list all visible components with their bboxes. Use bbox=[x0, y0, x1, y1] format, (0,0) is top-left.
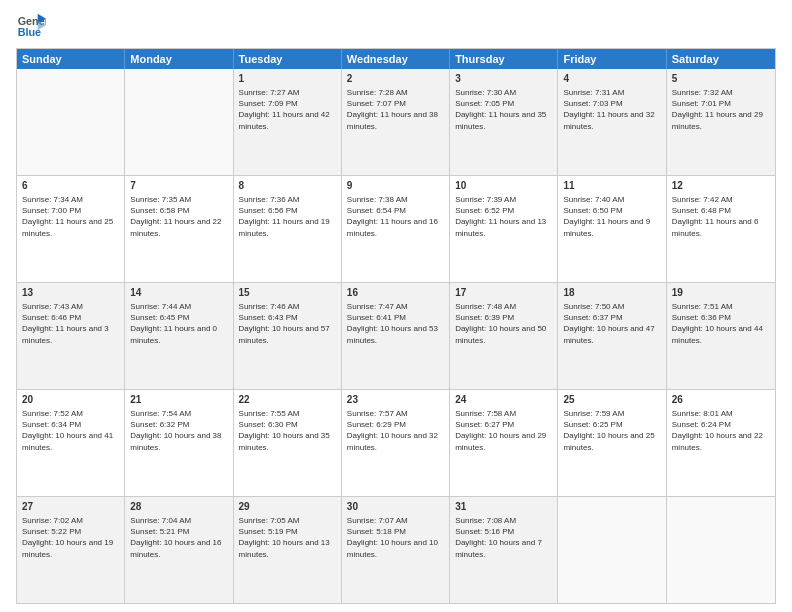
cell-info: Sunrise: 7:32 AM Sunset: 7:01 PM Dayligh… bbox=[672, 88, 763, 131]
cell-info: Sunrise: 7:30 AM Sunset: 7:05 PM Dayligh… bbox=[455, 88, 546, 131]
day-number: 21 bbox=[130, 393, 227, 407]
calendar-cell-8: 8Sunrise: 7:36 AM Sunset: 6:56 PM Daylig… bbox=[234, 176, 342, 282]
cell-info: Sunrise: 7:50 AM Sunset: 6:37 PM Dayligh… bbox=[563, 302, 654, 345]
day-number: 24 bbox=[455, 393, 552, 407]
cell-info: Sunrise: 7:51 AM Sunset: 6:36 PM Dayligh… bbox=[672, 302, 763, 345]
day-number: 5 bbox=[672, 72, 770, 86]
calendar-cell-7: 7Sunrise: 7:35 AM Sunset: 6:58 PM Daylig… bbox=[125, 176, 233, 282]
cell-info: Sunrise: 7:39 AM Sunset: 6:52 PM Dayligh… bbox=[455, 195, 546, 238]
day-number: 1 bbox=[239, 72, 336, 86]
calendar-cell-17: 17Sunrise: 7:48 AM Sunset: 6:39 PM Dayli… bbox=[450, 283, 558, 389]
cell-info: Sunrise: 7:28 AM Sunset: 7:07 PM Dayligh… bbox=[347, 88, 438, 131]
header-day-monday: Monday bbox=[125, 49, 233, 69]
day-number: 30 bbox=[347, 500, 444, 514]
calendar-cell-10: 10Sunrise: 7:39 AM Sunset: 6:52 PM Dayli… bbox=[450, 176, 558, 282]
cell-info: Sunrise: 7:31 AM Sunset: 7:03 PM Dayligh… bbox=[563, 88, 654, 131]
calendar-cell-29: 29Sunrise: 7:05 AM Sunset: 5:19 PM Dayli… bbox=[234, 497, 342, 603]
calendar-cell-23: 23Sunrise: 7:57 AM Sunset: 6:29 PM Dayli… bbox=[342, 390, 450, 496]
calendar-row-1: 6Sunrise: 7:34 AM Sunset: 7:00 PM Daylig… bbox=[17, 175, 775, 282]
day-number: 13 bbox=[22, 286, 119, 300]
calendar-cell-empty bbox=[125, 69, 233, 175]
day-number: 31 bbox=[455, 500, 552, 514]
calendar-header: SundayMondayTuesdayWednesdayThursdayFrid… bbox=[17, 49, 775, 69]
calendar-cell-22: 22Sunrise: 7:55 AM Sunset: 6:30 PM Dayli… bbox=[234, 390, 342, 496]
day-number: 9 bbox=[347, 179, 444, 193]
cell-info: Sunrise: 7:07 AM Sunset: 5:18 PM Dayligh… bbox=[347, 516, 438, 559]
calendar-cell-4: 4Sunrise: 7:31 AM Sunset: 7:03 PM Daylig… bbox=[558, 69, 666, 175]
day-number: 18 bbox=[563, 286, 660, 300]
calendar-cell-6: 6Sunrise: 7:34 AM Sunset: 7:00 PM Daylig… bbox=[17, 176, 125, 282]
calendar-body: 1Sunrise: 7:27 AM Sunset: 7:09 PM Daylig… bbox=[17, 69, 775, 603]
day-number: 12 bbox=[672, 179, 770, 193]
day-number: 8 bbox=[239, 179, 336, 193]
calendar-cell-21: 21Sunrise: 7:54 AM Sunset: 6:32 PM Dayli… bbox=[125, 390, 233, 496]
calendar-cell-18: 18Sunrise: 7:50 AM Sunset: 6:37 PM Dayli… bbox=[558, 283, 666, 389]
calendar-cell-26: 26Sunrise: 8:01 AM Sunset: 6:24 PM Dayli… bbox=[667, 390, 775, 496]
cell-info: Sunrise: 7:48 AM Sunset: 6:39 PM Dayligh… bbox=[455, 302, 546, 345]
day-number: 25 bbox=[563, 393, 660, 407]
calendar-cell-28: 28Sunrise: 7:04 AM Sunset: 5:21 PM Dayli… bbox=[125, 497, 233, 603]
day-number: 14 bbox=[130, 286, 227, 300]
header-day-sunday: Sunday bbox=[17, 49, 125, 69]
cell-info: Sunrise: 7:46 AM Sunset: 6:43 PM Dayligh… bbox=[239, 302, 330, 345]
header-day-saturday: Saturday bbox=[667, 49, 775, 69]
cell-info: Sunrise: 7:04 AM Sunset: 5:21 PM Dayligh… bbox=[130, 516, 221, 559]
day-number: 6 bbox=[22, 179, 119, 193]
cell-info: Sunrise: 7:35 AM Sunset: 6:58 PM Dayligh… bbox=[130, 195, 221, 238]
calendar-row-0: 1Sunrise: 7:27 AM Sunset: 7:09 PM Daylig… bbox=[17, 69, 775, 175]
cell-info: Sunrise: 7:55 AM Sunset: 6:30 PM Dayligh… bbox=[239, 409, 330, 452]
day-number: 26 bbox=[672, 393, 770, 407]
day-number: 7 bbox=[130, 179, 227, 193]
calendar-row-2: 13Sunrise: 7:43 AM Sunset: 6:46 PM Dayli… bbox=[17, 282, 775, 389]
day-number: 10 bbox=[455, 179, 552, 193]
calendar-cell-30: 30Sunrise: 7:07 AM Sunset: 5:18 PM Dayli… bbox=[342, 497, 450, 603]
calendar-cell-27: 27Sunrise: 7:02 AM Sunset: 5:22 PM Dayli… bbox=[17, 497, 125, 603]
cell-info: Sunrise: 7:57 AM Sunset: 6:29 PM Dayligh… bbox=[347, 409, 438, 452]
svg-text:Blue: Blue bbox=[18, 26, 41, 38]
day-number: 15 bbox=[239, 286, 336, 300]
cell-info: Sunrise: 7:54 AM Sunset: 6:32 PM Dayligh… bbox=[130, 409, 221, 452]
cell-info: Sunrise: 7:40 AM Sunset: 6:50 PM Dayligh… bbox=[563, 195, 650, 238]
header-day-tuesday: Tuesday bbox=[234, 49, 342, 69]
cell-info: Sunrise: 7:58 AM Sunset: 6:27 PM Dayligh… bbox=[455, 409, 546, 452]
day-number: 20 bbox=[22, 393, 119, 407]
calendar-cell-2: 2Sunrise: 7:28 AM Sunset: 7:07 PM Daylig… bbox=[342, 69, 450, 175]
calendar-cell-19: 19Sunrise: 7:51 AM Sunset: 6:36 PM Dayli… bbox=[667, 283, 775, 389]
logo: General Blue bbox=[16, 12, 52, 42]
calendar-cell-11: 11Sunrise: 7:40 AM Sunset: 6:50 PM Dayli… bbox=[558, 176, 666, 282]
day-number: 27 bbox=[22, 500, 119, 514]
calendar-cell-15: 15Sunrise: 7:46 AM Sunset: 6:43 PM Dayli… bbox=[234, 283, 342, 389]
cell-info: Sunrise: 7:27 AM Sunset: 7:09 PM Dayligh… bbox=[239, 88, 330, 131]
calendar-row-3: 20Sunrise: 7:52 AM Sunset: 6:34 PM Dayli… bbox=[17, 389, 775, 496]
cell-info: Sunrise: 8:01 AM Sunset: 6:24 PM Dayligh… bbox=[672, 409, 763, 452]
calendar-cell-3: 3Sunrise: 7:30 AM Sunset: 7:05 PM Daylig… bbox=[450, 69, 558, 175]
calendar-page: General Blue SundayMondayTuesdayWednesda… bbox=[0, 0, 792, 612]
calendar-cell-20: 20Sunrise: 7:52 AM Sunset: 6:34 PM Dayli… bbox=[17, 390, 125, 496]
cell-info: Sunrise: 7:08 AM Sunset: 5:16 PM Dayligh… bbox=[455, 516, 542, 559]
day-number: 28 bbox=[130, 500, 227, 514]
day-number: 29 bbox=[239, 500, 336, 514]
day-number: 19 bbox=[672, 286, 770, 300]
calendar-row-4: 27Sunrise: 7:02 AM Sunset: 5:22 PM Dayli… bbox=[17, 496, 775, 603]
header-day-wednesday: Wednesday bbox=[342, 49, 450, 69]
cell-info: Sunrise: 7:38 AM Sunset: 6:54 PM Dayligh… bbox=[347, 195, 438, 238]
cell-info: Sunrise: 7:36 AM Sunset: 6:56 PM Dayligh… bbox=[239, 195, 330, 238]
calendar-cell-13: 13Sunrise: 7:43 AM Sunset: 6:46 PM Dayli… bbox=[17, 283, 125, 389]
cell-info: Sunrise: 7:44 AM Sunset: 6:45 PM Dayligh… bbox=[130, 302, 217, 345]
calendar: SundayMondayTuesdayWednesdayThursdayFrid… bbox=[16, 48, 776, 604]
calendar-cell-empty bbox=[558, 497, 666, 603]
calendar-cell-empty bbox=[667, 497, 775, 603]
calendar-cell-12: 12Sunrise: 7:42 AM Sunset: 6:48 PM Dayli… bbox=[667, 176, 775, 282]
day-number: 2 bbox=[347, 72, 444, 86]
day-number: 22 bbox=[239, 393, 336, 407]
cell-info: Sunrise: 7:34 AM Sunset: 7:00 PM Dayligh… bbox=[22, 195, 113, 238]
calendar-cell-14: 14Sunrise: 7:44 AM Sunset: 6:45 PM Dayli… bbox=[125, 283, 233, 389]
calendar-cell-31: 31Sunrise: 7:08 AM Sunset: 5:16 PM Dayli… bbox=[450, 497, 558, 603]
header: General Blue bbox=[16, 12, 776, 42]
cell-info: Sunrise: 7:42 AM Sunset: 6:48 PM Dayligh… bbox=[672, 195, 759, 238]
calendar-cell-empty bbox=[17, 69, 125, 175]
calendar-cell-25: 25Sunrise: 7:59 AM Sunset: 6:25 PM Dayli… bbox=[558, 390, 666, 496]
cell-info: Sunrise: 7:02 AM Sunset: 5:22 PM Dayligh… bbox=[22, 516, 113, 559]
cell-info: Sunrise: 7:05 AM Sunset: 5:19 PM Dayligh… bbox=[239, 516, 330, 559]
header-day-friday: Friday bbox=[558, 49, 666, 69]
